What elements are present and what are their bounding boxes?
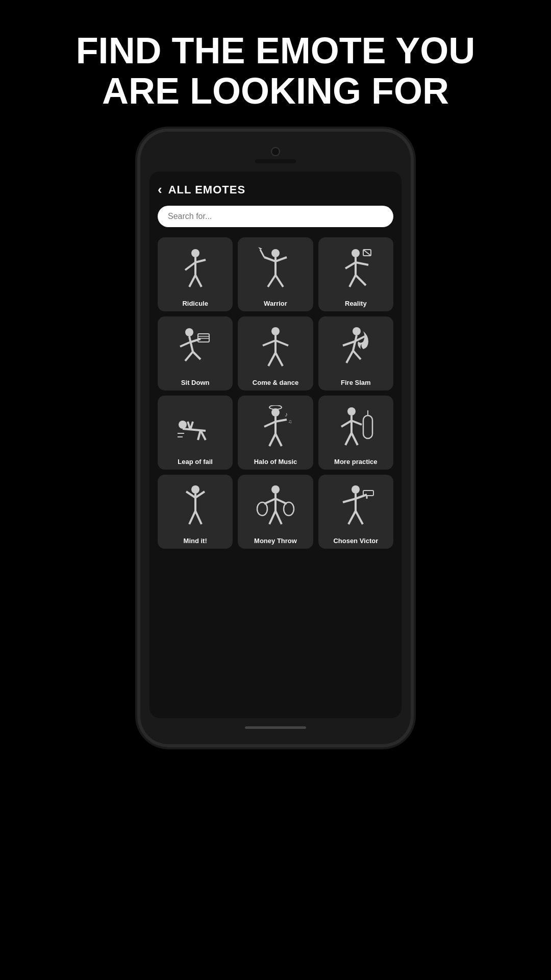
svg-line-54 [264,422,276,427]
svg-line-16 [345,262,356,268]
svg-line-62 [341,421,352,427]
emote-label-come-dance: Come & dance [253,379,298,386]
svg-line-46 [190,422,193,430]
svg-line-12 [260,250,264,257]
svg-line-33 [263,340,276,346]
svg-line-56 [269,434,276,446]
emote-figure-sit-down [161,322,230,377]
svg-point-37 [353,327,361,335]
svg-line-9 [276,257,287,261]
emote-card-leap-of-fail[interactable]: Leap of fail [158,396,233,470]
emote-label-chosen-victor: Chosen Victor [333,537,378,545]
headline-line2: ARE LOOKING FOR [102,70,449,111]
emote-figure-halo-of-music: ♪ ♫ [241,401,310,456]
svg-point-14 [352,249,360,257]
svg-line-42 [353,351,361,359]
svg-line-76 [264,499,276,504]
svg-point-79 [284,502,294,516]
emote-card-ridicule[interactable]: Ridicule [158,237,233,311]
svg-line-10 [268,275,276,287]
emote-figure-ridicule [161,242,230,298]
svg-line-44 [183,429,206,431]
svg-line-5 [195,275,202,287]
svg-line-2 [185,262,195,270]
emote-figure-reality [321,242,390,298]
svg-line-24 [180,342,189,347]
emote-figure-leap-of-fail [161,401,230,456]
svg-line-89 [356,511,363,524]
emote-card-more-practice[interactable]: More practice [318,396,393,470]
svg-rect-66 [363,415,372,438]
svg-text:♪: ♪ [285,411,288,418]
svg-line-88 [348,511,356,524]
svg-rect-28 [198,334,209,342]
phone-camera [271,147,280,156]
emote-label-fire-slam: Fire Slam [341,379,371,386]
svg-marker-13 [258,247,262,250]
svg-line-65 [352,433,358,445]
svg-point-43 [179,421,187,429]
emote-card-fire-slam[interactable]: Fire Slam [318,316,393,390]
svg-line-27 [193,352,201,359]
emote-label-mind-it: Mind it! [184,537,207,545]
phone-screen: ‹ ALL EMOTES Ridicule [149,172,402,718]
svg-line-18 [349,275,356,287]
svg-point-0 [191,249,199,257]
emote-card-warrior[interactable]: Warrior [238,237,313,311]
emote-figure-mind-it [161,480,230,535]
svg-line-55 [276,420,287,422]
emote-figure-chosen-victor [321,480,390,535]
emote-figure-money-throw [241,480,310,535]
svg-line-57 [276,434,282,446]
svg-line-41 [346,351,353,363]
svg-line-39 [343,341,355,346]
svg-text:♫: ♫ [288,419,292,424]
emote-figure-fire-slam [321,322,390,377]
svg-line-4 [189,275,195,287]
svg-line-11 [276,275,283,287]
emote-card-money-throw[interactable]: Money Throw [238,475,313,549]
search-bar[interactable] [158,206,393,227]
svg-line-72 [189,511,195,524]
emote-card-halo-of-music[interactable]: ♪ ♫ Halo of Music [238,396,313,470]
headline-line1: FIND THE EMOTE YOU [76,30,475,71]
svg-line-23 [189,336,193,352]
screen-header: ‹ ALL EMOTES [158,182,393,198]
emote-label-money-throw: Money Throw [254,537,297,545]
phone-speaker [255,159,296,163]
headline: FIND THE EMOTE YOU ARE LOOKING FOR [45,31,506,111]
svg-point-22 [185,328,193,336]
svg-line-63 [352,421,362,425]
emote-card-chosen-victor[interactable]: Chosen Victor [318,475,393,549]
phone-shell: ‹ ALL EMOTES Ridicule [140,132,411,744]
svg-line-38 [353,335,357,351]
emote-figure-more-practice [321,401,390,456]
emote-card-sit-down[interactable]: Sit Down [158,316,233,390]
emote-label-warrior: Warrior [264,300,287,307]
svg-line-21 [363,250,371,256]
screen-title: ALL EMOTES [168,183,245,197]
svg-line-36 [276,353,283,366]
emote-label-more-practice: More practice [334,458,378,465]
emotes-grid: Ridicule Warr [158,237,393,549]
back-button[interactable]: ‹ [158,182,162,198]
emote-figure-warrior [241,242,310,298]
svg-point-6 [271,249,280,257]
emote-card-reality[interactable]: Reality [318,237,393,311]
svg-line-77 [276,499,287,504]
svg-line-26 [185,352,193,361]
svg-line-64 [345,433,352,445]
svg-point-60 [347,407,356,415]
emote-card-mind-it[interactable]: Mind it! [158,475,233,549]
emote-card-come-dance[interactable]: Come & dance [238,316,313,390]
svg-line-84 [343,499,356,502]
svg-point-31 [271,327,280,335]
svg-line-34 [276,340,288,346]
emote-label-reality: Reality [345,300,367,307]
svg-line-19 [356,275,366,285]
svg-point-74 [271,485,280,494]
svg-point-82 [352,485,360,494]
phone-home-bar [245,726,306,729]
search-input[interactable] [168,212,383,221]
svg-line-8 [264,257,276,261]
